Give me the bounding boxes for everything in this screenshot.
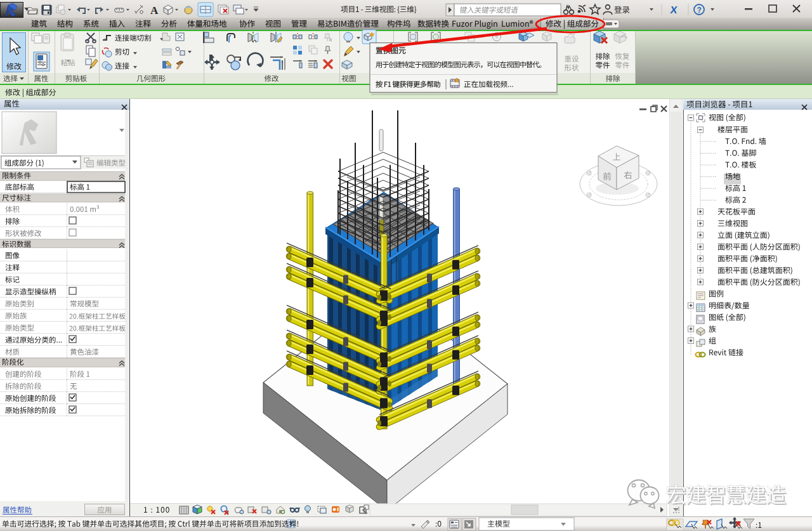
svg-text:?: ? — [697, 6, 702, 15]
svg-text:X: X — [670, 4, 678, 15]
svg-text:A: A — [150, 4, 159, 16]
